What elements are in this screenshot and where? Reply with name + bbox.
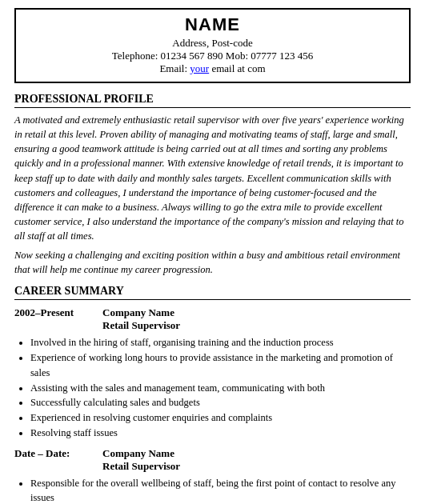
email: Email: your email at com (24, 62, 401, 75)
profile-paragraph1: A motivated and extremely enthusiastic r… (14, 113, 411, 243)
list-item: Resolving staff issues (30, 426, 411, 441)
career-company: Company Name (102, 447, 174, 460)
career-date: Date – Date: (14, 447, 102, 460)
bullet-list: Responsible for the overall wellbeing of… (30, 476, 411, 504)
list-item: Assisting with the sales and management … (30, 381, 411, 396)
name-title: NAME (24, 14, 401, 35)
profile-paragraph2: Now seeking a challenging and exciting p… (14, 248, 411, 277)
list-item: Successfully calculating sales and budge… (30, 395, 411, 410)
career-entry: Date – Date:Company NameRetail Superviso… (14, 447, 411, 504)
career-entry: 2002–PresentCompany NameRetail Superviso… (14, 306, 411, 440)
bullet-list: Involved in the hiring of staff, organis… (30, 335, 411, 440)
list-item: Experienced in resolving customer enquir… (30, 410, 411, 426)
career-date: 2002–Present (14, 306, 102, 319)
career-summary-title: CAREER SUMMARY (14, 285, 411, 300)
profile-section-title: PROFESSIONAL PROFILE (14, 93, 411, 108)
header: NAME Address, Post-code Telephone: 01234… (14, 8, 411, 83)
email-link[interactable]: your (190, 62, 209, 74)
career-entries: 2002–PresentCompany NameRetail Superviso… (14, 306, 411, 504)
email-prefix: Email: (159, 62, 190, 74)
list-item: Experience of working long hours to prov… (30, 350, 411, 381)
list-item: Involved in the hiring of staff, organis… (30, 335, 411, 350)
career-company: Company Name (102, 306, 174, 319)
list-item: Responsible for the overall wellbeing of… (30, 476, 411, 504)
email-suffix: email at com (209, 62, 265, 74)
address: Address, Post-code (24, 37, 401, 50)
career-job-title: Retail Supervisor (102, 319, 411, 332)
phone: Telephone: 01234 567 890 Mob: 07777 123 … (24, 50, 401, 62)
career-job-title: Retail Supervisor (102, 460, 411, 473)
